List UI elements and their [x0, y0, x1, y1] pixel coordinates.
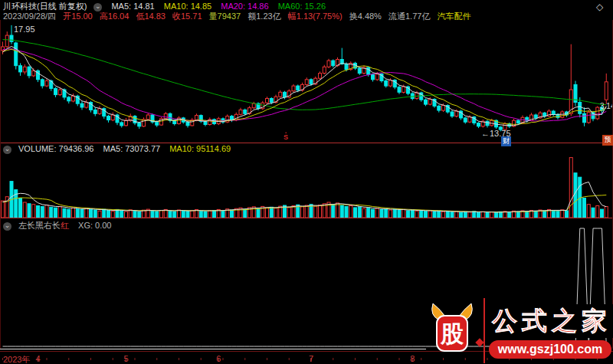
volume-bars-svg	[0, 153, 613, 218]
ma20-label: MA20: 14.86	[221, 2, 268, 11]
ma60-label: MA60: 15.26	[278, 2, 326, 11]
chevron-down-icon[interactable]: ⌄	[93, 3, 102, 11]
axis-month-label: 5	[124, 354, 129, 363]
sell-letter: S	[284, 134, 288, 140]
ma10-label: MA10: 14.85	[164, 2, 211, 11]
forecast-icon[interactable]: 预	[602, 135, 613, 146]
axis-month-label: 7	[309, 354, 313, 363]
watermark-brand: 公式之家	[490, 304, 613, 338]
axis-year-label: 2023年	[3, 354, 30, 364]
pane-separator-1	[0, 143, 613, 143]
axis-month-label: 8	[410, 354, 415, 363]
axis-top-line	[0, 349, 426, 349]
diamond-icon[interactable]: ◇	[596, 2, 603, 12]
stock-title: 川环科技(日线 前复权)	[3, 2, 87, 11]
ma5-label: MA5: 14.81	[111, 2, 154, 11]
watermark-divider	[484, 298, 485, 363]
watermark-url: www.gszj100.com	[489, 340, 611, 359]
axis-month-label: 6	[216, 354, 221, 363]
pane-separator-2	[0, 218, 613, 218]
app-window: 川环科技(日线 前复权)⌄ MA5: 14.81 MA10: 14.85 MA2…	[0, 0, 613, 364]
bull-logo-icon: 股	[428, 300, 477, 357]
volume-ma10-label: MA10: 95114.69	[169, 144, 231, 153]
volume-ma5-label: MA5: 73073.77	[103, 144, 161, 153]
logo-character: 股	[440, 321, 464, 346]
volume-chart[interactable]	[0, 153, 613, 218]
finance-info-icon[interactable]: 财	[501, 136, 511, 146]
sell-signal-marker: . S	[284, 128, 288, 140]
volume-header: ⌄VOLUME: 79436.96 MA5: 73073.77 MA10: 95…	[3, 144, 238, 154]
main-chart[interactable]	[0, 20, 613, 143]
right-price-label: 3.14	[600, 102, 613, 110]
high-price-label: 17.95	[14, 25, 35, 34]
chevron-down-icon[interactable]: ⌄	[3, 146, 11, 154]
candlestick-svg	[0, 20, 613, 143]
volume-value: VOLUME: 79436.96	[18, 144, 93, 153]
axis-month-label: 4	[36, 354, 41, 363]
